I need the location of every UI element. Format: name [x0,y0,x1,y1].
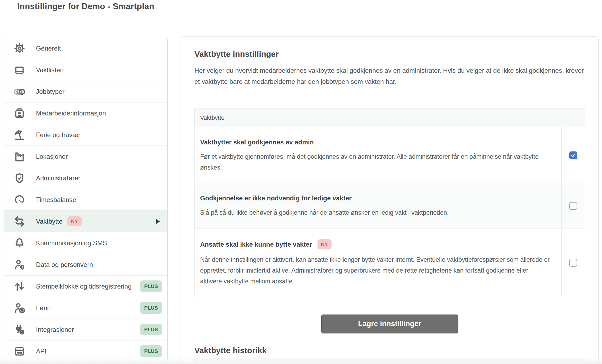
setting-cell: Vaktbytter skal godkjennes av admin Før … [195,127,561,183]
factory-icon [13,150,26,163]
panel-heading: Vaktbytte innstillinger [194,49,585,59]
sidebar-item-label: Generelt [36,44,61,52]
setting-title: Godkjennelse er ikke nødvendig for ledig… [200,194,551,202]
history-table-header [194,358,585,364]
person-arrow-up-icon [13,302,26,314]
key-card-icon [13,345,26,358]
sidebar-item-label: Data og personvern [36,261,93,269]
history-heading: Vaktbytte historikk [194,346,585,355]
plus-badge: PLUS [140,302,162,314]
sidebar-item-label: Vaktbytte [36,217,62,225]
swap-arrows-icon [13,215,26,228]
sidebar-item-label: API [36,347,47,355]
sidebar-item-ferie-og-fravaer[interactable]: Ferie og fravær [4,124,167,145]
sync-arrows-icon [13,280,26,293]
sidebar-item-label: Timesbalanse [36,196,76,204]
checkbox-cell [561,127,585,183]
settings-page: Innstillinger for Demo - Smartplan Gener… [0,0,602,364]
sidebar-item-administratorer[interactable]: Administratører [4,167,167,189]
sidebar-item-label: Vaktlisten [36,66,64,74]
sidebar-item-integrasjoner[interactable]: Integrasjoner PLUS [4,319,167,340]
panel-description: Her velger du hvorvidt medarbeidernes va… [194,65,585,87]
sidebar-item-label: Medarbeiderinformasjon [36,109,106,117]
save-settings-button[interactable]: Lagre innstillinger [321,315,458,333]
table-row: Ansatte skal ikke kunne bytte vakter NY … [195,228,585,297]
sidebar-item-label: Lokasjoner [36,153,68,160]
gear-icon [13,42,26,54]
sidebar-item-data-og-personvern[interactable]: Data og personvern [4,254,167,275]
setting-description: Før et vaktbytte gjennomføres, må det go… [200,151,551,173]
sidebar-item-stempelklokke[interactable]: Stempelklokke og tidsregistrering PLUS [4,275,167,297]
vaktbytte-settings-table: Vaktbytte Vaktbytter skal godkjennes av … [194,108,585,297]
ny-badge: NY [317,239,332,249]
vaktbytte-settings-panel: Vaktbytte innstillinger Her velger du hv… [181,37,599,364]
admin-approval-checkbox[interactable] [569,151,577,159]
beach-umbrella-icon [13,129,26,141]
checkbox-cell [561,229,585,297]
settings-sidebar: Generelt Vaktlisten Jobbtyper [4,37,168,362]
plus-badge: PLUS [140,324,162,335]
setting-title: Ansatte skal ikke kunne bytte vakter NY [200,239,551,249]
sidebar-item-label: Stempelklokke og tidsregistrering [36,282,132,290]
id-badge-icon [13,107,26,120]
plus-badge: PLUS [140,345,162,357]
sidebar-item-generelt[interactable]: Generelt [4,37,167,59]
sidebar-item-vaktlisten[interactable]: Vaktlisten [4,59,167,81]
sidebar-item-label: Kommunikasjon og SMS [36,239,107,247]
sidebar-item-label: Lønn [36,304,51,312]
setting-description: Når denne innstillingen er aktivert, kan… [200,254,551,287]
open-shifts-no-approval-checkbox[interactable] [569,202,577,210]
sidebar-item-label: Integrasjoner [36,326,74,333]
table-row: Vaktbytter skal godkjennes av admin Før … [195,127,585,183]
sidebar-item-vaktbytte[interactable]: Vaktbytte NY [4,210,167,232]
setting-cell: Ansatte skal ikke kunne bytte vakter NY … [195,229,561,297]
sidebar-item-lonn[interactable]: Lønn PLUS [4,297,167,319]
sidebar-item-label: Ferie og fravær [36,131,80,139]
setting-title: Vaktbytter skal godkjennes av admin [200,138,551,146]
bell-icon [13,237,26,249]
person-shield-icon [13,259,26,271]
gauge-icon [13,194,26,206]
disable-employee-swaps-checkbox[interactable] [569,259,577,267]
plug-bolt-icon [13,323,26,336]
setting-description: Slå på så du ikke behøver å godkjenne nå… [200,207,551,218]
schedule-card-icon [13,64,26,76]
table-header: Vaktbytte [195,108,585,127]
page-title: Innstillinger for Demo - Smartplan [17,2,154,11]
ny-badge: NY [67,216,81,226]
plus-badge: PLUS [140,280,162,292]
sidebar-item-timesbalanse[interactable]: Timesbalanse [4,189,167,210]
caret-right-icon [156,219,160,224]
linked-rings-icon [13,85,26,98]
sidebar-item-label: Administratører [36,174,80,182]
sidebar-item-kommunikasjon-og-sms[interactable]: Kommunikasjon og SMS [4,232,167,254]
sidebar-item-label: Jobbtyper [36,88,64,95]
sidebar-item-lokasjoner[interactable]: Lokasjoner [4,145,167,167]
sidebar-item-jobbtyper[interactable]: Jobbtyper [4,81,167,102]
table-row: Godkjennelse er ikke nødvendig for ledig… [195,183,585,228]
checkbox-cell [561,183,585,228]
sidebar-item-medarbeiderinformasjon[interactable]: Medarbeiderinformasjon [4,102,167,124]
shield-check-icon [13,172,26,184]
setting-cell: Godkjennelse er ikke nødvendig for ledig… [195,183,561,228]
sidebar-item-api[interactable]: API PLUS [4,340,167,362]
setting-title-text: Ansatte skal ikke kunne bytte vakter [200,240,312,249]
